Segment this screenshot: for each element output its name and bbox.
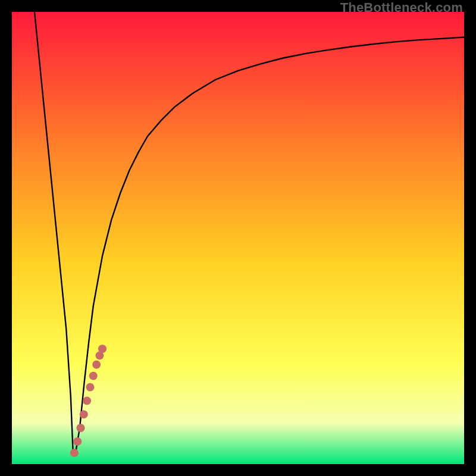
- chart-frame: [12, 12, 464, 464]
- gradient-background: [12, 12, 464, 464]
- highlight-marker: [80, 410, 88, 418]
- highlight-marker: [70, 449, 79, 457]
- highlight-marker: [77, 424, 85, 432]
- highlight-marker: [89, 372, 98, 380]
- highlight-marker: [83, 397, 91, 405]
- bottleneck-chart: [12, 12, 464, 464]
- highlight-marker: [98, 345, 107, 353]
- highlight-marker: [73, 437, 82, 446]
- watermark-text: TheBottleneck.com: [340, 0, 463, 15]
- highlight-marker: [92, 361, 101, 369]
- highlight-marker: [86, 383, 94, 392]
